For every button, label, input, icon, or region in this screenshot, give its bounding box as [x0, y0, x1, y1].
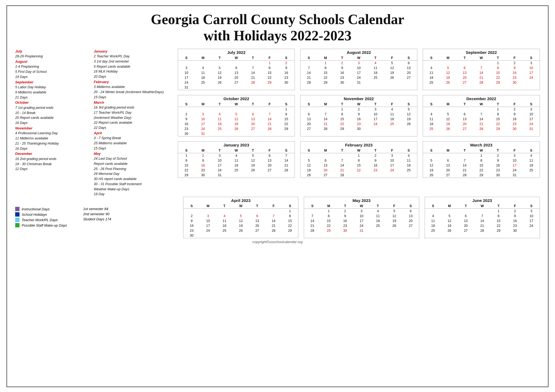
calendar-block: March 2023SMTWTFS12345678910111213141516…: [423, 141, 540, 178]
calendar-day: 16: [337, 218, 353, 223]
calendar-day: 3: [200, 214, 216, 218]
calendar-day: 5: [245, 153, 261, 158]
day-header: T: [490, 148, 506, 153]
day-header: S: [278, 102, 295, 107]
legend-label: Teacher Work/PL Days: [22, 218, 58, 222]
calendar-day: 25: [423, 80, 440, 85]
calendar-day: 20: [458, 223, 474, 228]
calendar-day: 8: [490, 112, 506, 117]
calendar-day: 4: [211, 112, 228, 117]
calendar-day: 20: [261, 163, 278, 168]
calendar-day: 19: [384, 70, 400, 75]
legend-label: Possible Staff Make-up Days: [22, 223, 67, 227]
event-text: 16 3rd grading period ends: [94, 105, 175, 110]
day-header: F: [261, 102, 278, 107]
calendar-day: 27: [228, 80, 244, 85]
calendar-day: [249, 233, 265, 238]
calendar-day: [245, 85, 261, 90]
calendar-block: October 2022SMTWTFS123456789101112131415…: [178, 95, 295, 136]
calendar-day: [334, 153, 350, 158]
calendar-day: 25: [401, 168, 417, 173]
day-header: F: [506, 102, 523, 107]
calendar-day: 31: [211, 173, 228, 178]
calendar-day: 3: [367, 107, 384, 112]
calendar-day: 12: [440, 70, 456, 75]
calendar-day: 18: [216, 223, 233, 228]
day-header: S: [401, 148, 417, 153]
event-text: 19 Days: [15, 74, 91, 80]
calendar-day: 11: [423, 70, 440, 75]
calendar-day: [228, 60, 244, 66]
calendar-day: 12: [301, 163, 317, 168]
calendar-day: 4: [216, 214, 233, 218]
calendar-day: [441, 209, 457, 214]
calendar-day: 14: [334, 163, 350, 168]
event-text: 20 Report cards available: [15, 115, 91, 120]
calendar-day: 6: [245, 112, 261, 117]
calendar-day: 8: [278, 112, 295, 117]
month-label: January: [94, 49, 175, 54]
calendar-day: 8: [282, 214, 298, 218]
calendar-day: 7: [301, 66, 317, 70]
calendar-day: 15: [282, 218, 298, 223]
calendar-day: 4: [423, 112, 440, 117]
calendar-day: 23: [278, 75, 295, 80]
day-header: S: [278, 148, 295, 153]
calendar-block: May 2023SMTWTFS1234567891011121314151617…: [304, 197, 419, 238]
calendar-day: 3: [523, 60, 540, 66]
calendar-day: 10: [211, 158, 228, 163]
calendar-day: 20: [402, 218, 419, 223]
calendar-day: 4: [367, 60, 384, 66]
calendar-day: 3: [211, 153, 228, 158]
calendar-day: 7: [334, 158, 350, 163]
calendar-day: 9: [490, 158, 506, 163]
calendar-day: [384, 80, 400, 85]
calendar-day: 31: [195, 131, 211, 136]
calendar-day: 3: [523, 107, 540, 112]
calendar-day: 18: [228, 163, 244, 168]
calendar-day: 15: [490, 70, 506, 75]
month-label: May: [94, 151, 175, 156]
calendar-day: 31: [523, 126, 540, 131]
calendar-day: 27: [440, 173, 456, 178]
day-header: S: [423, 102, 440, 107]
legend-item: Teacher Work/PL Days: [15, 218, 67, 222]
calendar-day: 27: [261, 168, 278, 173]
calendar-day: [216, 209, 233, 214]
calendar-day: 25: [216, 228, 233, 233]
day-header: S: [178, 148, 195, 153]
day-header: T: [245, 148, 261, 153]
event-text: 24 Last Day of School: [94, 156, 175, 161]
calendar-day: 20: [301, 122, 317, 126]
calendar-day: 16: [506, 70, 523, 75]
calendar-day: 28: [278, 168, 295, 173]
event-text: 16 MLK Holiday: [94, 69, 175, 74]
calendar-day: 13: [301, 117, 317, 122]
calendar-day: 7: [456, 158, 473, 163]
calendar-day: [456, 153, 473, 158]
calendar-day: 15: [350, 163, 367, 168]
legend-color-box: [15, 212, 20, 217]
event-text: 25 - 26 Post Planning: [94, 166, 175, 172]
calendar-day: [458, 209, 474, 214]
calendar-day: 29: [490, 80, 506, 85]
calendar-day: 19: [301, 168, 317, 173]
calendar-day: 6: [261, 153, 278, 158]
calendar-day: 18: [367, 70, 384, 75]
calendar-day: [282, 233, 298, 238]
calendar-day: 23: [490, 168, 506, 173]
calendar-day: 23: [178, 126, 195, 131]
event-text: 15 Days: [94, 95, 175, 100]
calendar-day: 22: [473, 168, 489, 173]
calendar-day: 23: [337, 223, 353, 228]
calendar-day: 27: [401, 75, 417, 80]
event-text: 5 Report cards available: [94, 64, 175, 69]
calendar-day: 26: [384, 75, 400, 80]
calendar-day: 17: [200, 223, 216, 228]
calendar-day: 3: [350, 60, 367, 66]
day-header: F: [386, 204, 402, 209]
calendar-day: 29: [278, 126, 295, 131]
calendar-day: 6: [456, 66, 473, 70]
calendar-day: 2: [278, 60, 295, 66]
calendar-day: [402, 228, 419, 233]
